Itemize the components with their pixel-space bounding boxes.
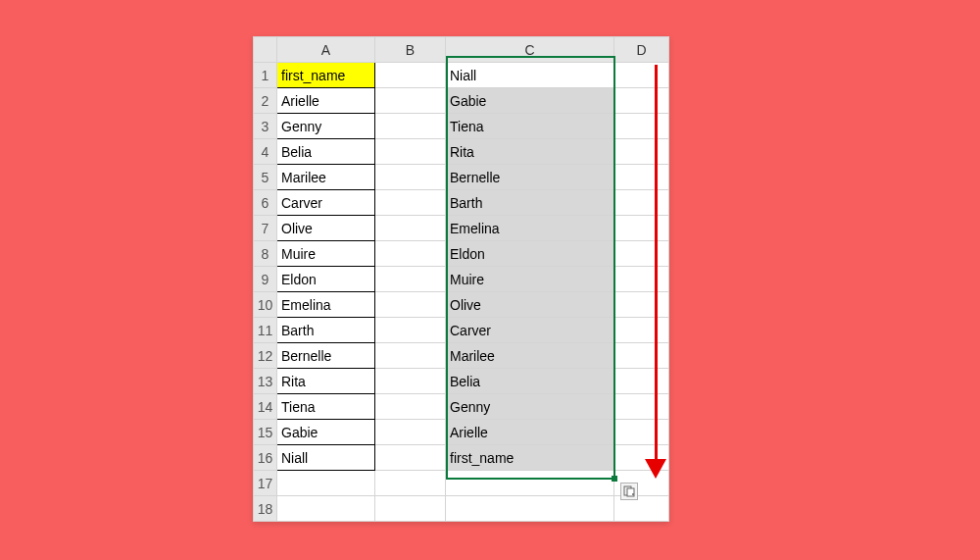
cell-D10[interactable] [614, 292, 669, 318]
cell-A14[interactable]: Tiena [277, 394, 375, 420]
cell-B14[interactable] [375, 394, 446, 420]
cell-B12[interactable] [375, 343, 446, 369]
cell-D5[interactable] [614, 165, 669, 190]
row-header-6[interactable]: 6 [254, 190, 277, 216]
row-header-10[interactable]: 10 [254, 292, 277, 318]
cell-B10[interactable] [375, 292, 446, 318]
row-header-14[interactable]: 14 [254, 394, 277, 420]
cell-B17[interactable] [375, 471, 446, 496]
cell-C5[interactable]: Bernelle [446, 165, 614, 190]
row-header-5[interactable]: 5 [254, 165, 277, 190]
cell-D9[interactable] [614, 267, 669, 292]
cell-D8[interactable] [614, 241, 669, 267]
cell-C4[interactable]: Rita [446, 139, 614, 165]
cell-A10[interactable]: Emelina [277, 292, 375, 318]
cell-A8[interactable]: Muire [277, 241, 375, 267]
row-header-1[interactable]: 1 [254, 63, 277, 88]
cell-A18[interactable] [277, 496, 375, 522]
row-header-18[interactable]: 18 [254, 496, 277, 522]
cell-C8[interactable]: Eldon [446, 241, 614, 267]
cell-A17[interactable] [277, 471, 375, 496]
cell-C7[interactable]: Emelina [446, 216, 614, 241]
cell-A12[interactable]: Bernelle [277, 343, 375, 369]
cell-D4[interactable] [614, 139, 669, 165]
cell-D6[interactable] [614, 190, 669, 216]
cell-C2[interactable]: Gabie [446, 88, 614, 114]
col-header-A[interactable]: A [277, 37, 375, 63]
col-header-D[interactable]: D [614, 37, 669, 63]
select-all-corner[interactable] [254, 37, 277, 63]
cell-A16[interactable]: Niall [277, 445, 375, 471]
cell-D14[interactable] [614, 394, 669, 420]
col-header-B[interactable]: B [375, 37, 446, 63]
row-header-12[interactable]: 12 [254, 343, 277, 369]
row-header-11[interactable]: 11 [254, 318, 277, 343]
cell-C13[interactable]: Belia [446, 369, 614, 394]
cell-A1[interactable]: first_name [277, 63, 375, 88]
cell-D16[interactable] [614, 445, 669, 471]
row-header-9[interactable]: 9 [254, 267, 277, 292]
cell-B3[interactable] [375, 114, 446, 139]
row-header-3[interactable]: 3 [254, 114, 277, 139]
cell-B15[interactable] [375, 420, 446, 445]
paste-options-icon[interactable] [620, 483, 638, 500]
cell-D7[interactable] [614, 216, 669, 241]
cell-B8[interactable] [375, 241, 446, 267]
cell-C16[interactable]: first_name [446, 445, 614, 471]
row-header-13[interactable]: 13 [254, 369, 277, 394]
fill-handle[interactable] [612, 476, 617, 482]
cell-A3[interactable]: Genny [277, 114, 375, 139]
cell-B5[interactable] [375, 165, 446, 190]
row-header-2[interactable]: 2 [254, 88, 277, 114]
cell-B6[interactable] [375, 190, 446, 216]
cell-A11[interactable]: Barth [277, 318, 375, 343]
cell-D11[interactable] [614, 318, 669, 343]
cell-C11[interactable]: Carver [446, 318, 614, 343]
cell-A13[interactable]: Rita [277, 369, 375, 394]
cell-A2[interactable]: Arielle [277, 88, 375, 114]
cell-C12[interactable]: Marilee [446, 343, 614, 369]
cell-C9[interactable]: Muire [446, 267, 614, 292]
cell-C15[interactable]: Arielle [446, 420, 614, 445]
cell-A7[interactable]: Olive [277, 216, 375, 241]
cell-D1[interactable] [614, 63, 669, 88]
cell-A9[interactable]: Eldon [277, 267, 375, 292]
cell-D13[interactable] [614, 369, 669, 394]
cell-B4[interactable] [375, 139, 446, 165]
row-header-8[interactable]: 8 [254, 241, 277, 267]
cell-B2[interactable] [375, 88, 446, 114]
cell-B16[interactable] [375, 445, 446, 471]
cell-C10[interactable]: Olive [446, 292, 614, 318]
cell-B7[interactable] [375, 216, 446, 241]
row-header-4[interactable]: 4 [254, 139, 277, 165]
cell-C14[interactable]: Genny [446, 394, 614, 420]
cell-B13[interactable] [375, 369, 446, 394]
row-header-16[interactable]: 16 [254, 445, 277, 471]
cell-A4[interactable]: Belia [277, 139, 375, 165]
cell-B18[interactable] [375, 496, 446, 522]
cell-A6[interactable]: Carver [277, 190, 375, 216]
row-header-7[interactable]: 7 [254, 216, 277, 241]
spreadsheet-window: A B C D 1first_nameNiall2ArielleGabie3Ge… [253, 36, 669, 522]
cell-D3[interactable] [614, 114, 669, 139]
cell-C3[interactable]: Tiena [446, 114, 614, 139]
cell-C18[interactable] [446, 496, 614, 522]
cell-A15[interactable]: Gabie [277, 420, 375, 445]
cell-C1[interactable]: Niall [446, 63, 614, 88]
cell-B1[interactable] [375, 63, 446, 88]
cell-B9[interactable] [375, 267, 446, 292]
cell-C17[interactable] [446, 471, 614, 496]
cell-C6[interactable]: Barth [446, 190, 614, 216]
cell-D15[interactable] [614, 420, 669, 445]
row-header-15[interactable]: 15 [254, 420, 277, 445]
cell-A5[interactable]: Marilee [277, 165, 375, 190]
cell-D2[interactable] [614, 88, 669, 114]
row-header-17[interactable]: 17 [254, 471, 277, 496]
cell-D12[interactable] [614, 343, 669, 369]
col-header-C[interactable]: C [446, 37, 614, 63]
cell-B11[interactable] [375, 318, 446, 343]
spreadsheet-grid[interactable]: A B C D 1first_nameNiall2ArielleGabie3Ge… [253, 36, 669, 522]
